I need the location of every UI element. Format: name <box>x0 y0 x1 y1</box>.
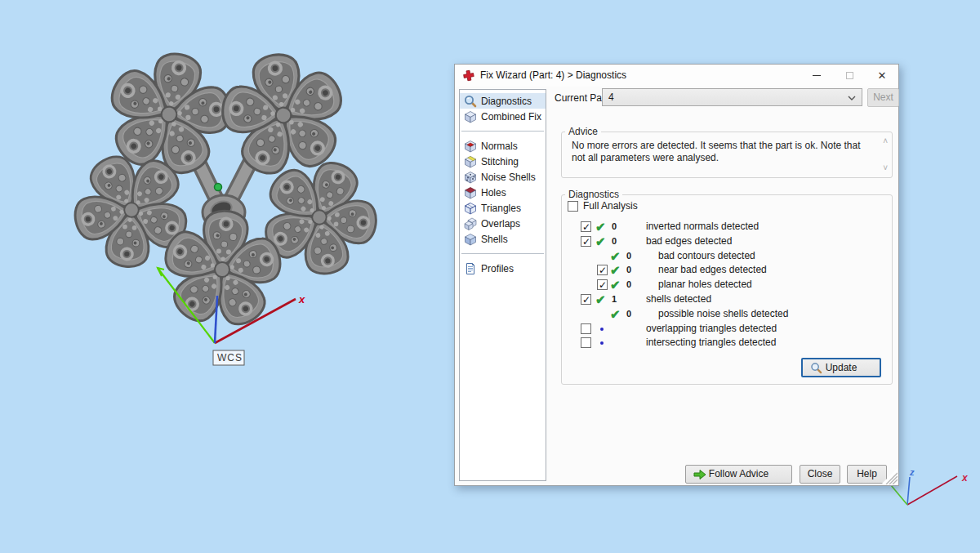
sidebar-item-label: Profiles <box>481 263 514 274</box>
row-count: 0 <box>612 234 617 249</box>
maximize-button[interactable] <box>833 65 866 87</box>
diagnostic-row: 0 possible noise shells detected <box>561 307 893 322</box>
minimize-button[interactable] <box>800 65 833 87</box>
next-button[interactable]: Next <box>867 88 899 107</box>
pending-dot-icon <box>595 322 608 337</box>
follow-advice-button[interactable]: Follow Advice <box>685 465 792 484</box>
row-label: inverted normals detected <box>646 220 759 234</box>
advice-text: No more errors are detected. It seems th… <box>572 140 872 164</box>
diagnostic-row: 0 inverted normals detected <box>561 220 893 234</box>
row-checkbox[interactable] <box>581 221 591 232</box>
row-count: 0 <box>626 307 631 322</box>
close-button[interactable]: Close <box>800 465 840 484</box>
row-checkbox[interactable] <box>581 337 591 348</box>
sidebar-item-label: Holes <box>481 187 506 198</box>
sidebar-item-diagnostics[interactable]: Diagnostics <box>460 93 546 109</box>
update-button[interactable]: Update <box>801 358 881 377</box>
row-label: near bad edges detected <box>658 263 767 278</box>
row-count: 1 <box>612 292 617 307</box>
diagnostic-row: 0 near bad edges detected <box>561 263 893 278</box>
check-icon <box>595 234 608 249</box>
diagnostic-row: 0 bad contours detected <box>561 249 893 264</box>
check-icon <box>610 249 623 264</box>
row-label: possible noise shells detected <box>658 307 788 322</box>
view-axis-x-label: x <box>961 472 969 484</box>
cube-wireframe-icon <box>464 202 477 215</box>
row-label: bad contours detected <box>658 249 755 264</box>
check-icon <box>610 307 623 322</box>
cube-blue-icon <box>464 233 477 246</box>
diagnostic-row: 0 bad edges detected <box>561 234 893 249</box>
fix-wizard-cross-icon <box>462 69 475 83</box>
sidebar-item-label: Overlaps <box>481 218 520 230</box>
row-checkbox[interactable] <box>581 294 591 305</box>
sidebar-item-label: Normals <box>481 140 518 152</box>
minimize-icon <box>813 75 821 76</box>
green-arrow-icon <box>693 469 707 480</box>
row-label: shells detected <box>646 292 711 307</box>
row-checkbox[interactable] <box>597 265 608 275</box>
row-count: 0 <box>626 263 631 278</box>
cube-double-icon <box>464 217 477 230</box>
model-flower-cluster <box>51 41 399 335</box>
cube-speckled-icon <box>464 171 477 184</box>
sidebar-separator <box>461 253 544 254</box>
close-window-button[interactable]: ✕ <box>866 65 898 87</box>
diagnostic-row: overlapping triangles detected <box>561 322 893 337</box>
diagnostic-row: 0 planar holes detected <box>561 278 893 292</box>
diagnostics-rows: 0 inverted normals detected 0 bad edges … <box>561 220 893 350</box>
sidebar-item-label: Shells <box>481 234 508 245</box>
sidebar-item-combined-fix[interactable]: Combined Fix <box>460 109 546 124</box>
sidebar-item-label: Noise Shells <box>481 172 536 183</box>
full-analysis-label: Full Analysis <box>583 200 638 212</box>
sidebar-item-stitching[interactable]: Stitching <box>460 154 546 169</box>
diagnostic-row: 1 shells detected <box>561 292 893 307</box>
check-icon <box>595 220 608 234</box>
document-icon <box>464 262 477 275</box>
follow-advice-label: Follow Advice <box>709 468 768 479</box>
sidebar-item-normals[interactable]: Normals <box>460 138 546 154</box>
check-icon <box>610 278 623 292</box>
row-checkbox[interactable] <box>581 236 591 247</box>
cube-yellow-edge-icon <box>464 155 477 168</box>
row-label: bad edges detected <box>646 234 732 249</box>
wcs-label-box: WCS <box>213 350 244 365</box>
current-part-combobox[interactable]: 4 <box>602 88 862 106</box>
row-checkbox[interactable] <box>597 279 608 290</box>
pending-dot-icon <box>595 336 608 350</box>
sidebar-item-triangles[interactable]: Triangles <box>460 200 546 216</box>
sidebar-item-shells[interactable]: Shells <box>460 231 546 247</box>
full-analysis-checkbox[interactable] <box>568 201 578 212</box>
view-axis-z-label: z <box>909 467 915 477</box>
check-icon <box>610 263 623 278</box>
sidebar-item-holes[interactable]: Holes <box>460 185 546 200</box>
diagnostics-legend: Diagnostics <box>565 189 622 200</box>
sidebar-item-profiles[interactable]: Profiles <box>460 261 546 276</box>
sidebar-item-overlaps[interactable]: Overlaps <box>460 216 546 231</box>
sidebar-item-label: Combined Fix <box>481 111 541 123</box>
cube-red-top-icon <box>464 186 477 199</box>
check-icon <box>595 292 608 307</box>
fix-wizard-dialog: Fix Wizard (Part: 4) > Diagnostics ✕ Dia… <box>454 64 899 486</box>
wcs-label-text: WCS <box>217 352 243 363</box>
row-count: 0 <box>626 278 631 292</box>
row-label: overlapping triangles detected <box>646 322 777 337</box>
scroll-down-icon[interactable]: ˅ <box>883 164 888 172</box>
diagnostic-row: intersecting triangles detected <box>561 336 893 350</box>
dialog-titlebar[interactable]: Fix Wizard (Part: 4) > Diagnostics ✕ <box>455 65 898 87</box>
sidebar-item-label: Stitching <box>481 156 519 167</box>
row-label: planar holes detected <box>658 278 752 292</box>
row-checkbox[interactable] <box>581 323 591 334</box>
sidebar-item-label: Triangles <box>481 203 521 214</box>
current-part-value: 4 <box>608 91 614 103</box>
dialog-title: Fix Wizard (Part: 4) > Diagnostics <box>480 65 626 87</box>
resize-grip[interactable] <box>881 468 898 484</box>
row-count: 0 <box>612 220 617 234</box>
row-label: intersecting triangles detected <box>646 336 776 350</box>
sidebar-item-noise-shells[interactable]: Noise Shells <box>460 169 546 185</box>
scroll-up-icon[interactable]: ˄ <box>883 137 888 145</box>
cube-icon <box>464 110 477 123</box>
close-icon: ✕ <box>878 69 887 82</box>
maximize-icon <box>846 72 853 79</box>
wizard-main-panel: Current Part: 4 Next No more errors are … <box>547 87 898 485</box>
